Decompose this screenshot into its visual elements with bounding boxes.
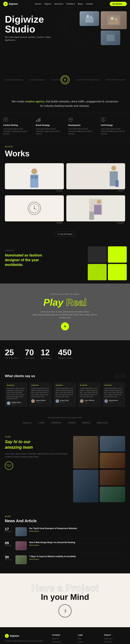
footer-col-2-links: Help Center Contact Us Live Chat Terms <box>104 638 125 644</box>
chart-icon <box>36 117 41 122</box>
service-3-desc: Lorem ipsum dolor sit amet consectetur a… <box>101 128 127 135</box>
team-description: Lorem ipsum dolor sit amet, consectetur … <box>5 452 68 458</box>
footer-link-1-1[interactable]: Career <box>78 641 99 643</box>
work-item-0[interactable]: Uniques Branding <box>5 163 64 193</box>
nav-logo[interactable]: D Digiwize <box>3 2 18 6</box>
team-photo-placeholder-0 <box>73 436 98 468</box>
work-item-2[interactable]: Freelancers Software <box>5 195 64 225</box>
testimonials-prev-button[interactable]: ← <box>115 374 119 378</box>
svg-marker-36 <box>65 326 66 328</box>
stat-0-number: 25 <box>5 348 18 356</box>
nav-portfolio[interactable]: Portfolio ▾ <box>66 3 75 5</box>
testimonial-0-name: Sophia Hayes <box>11 402 21 403</box>
code-icon <box>68 117 73 122</box>
news-category-2[interactable]: Read Continue <box>29 558 125 560</box>
testimonial-4-info: Olivia Brown Director <box>109 400 118 403</box>
news-date-1: 09 Oct 2022 <box>5 541 13 546</box>
svg-rect-27 <box>115 180 119 187</box>
testimonial-4-avatar <box>104 399 108 403</box>
testimonial-4-text: Trusted Applications I've for different … <box>104 388 123 398</box>
nav-contact[interactable]: Contact <box>86 3 93 5</box>
news-date-2: 30 Sep 2022 <box>5 555 13 560</box>
svg-rect-35 <box>89 212 94 220</box>
service-brand-strategy: Brand Strategy Lorem ipsum dolor sit ame… <box>32 113 65 139</box>
play-title: Play Real <box>43 297 87 308</box>
footer-link-0-0[interactable]: About Us <box>52 638 73 640</box>
service-0-desc: Lorem ipsum dolor sit amet consectetur a… <box>3 128 29 135</box>
news-category-1[interactable]: Read Continue <box>29 544 125 546</box>
see-all-button[interactable]: ⊙ See All Projects <box>54 232 76 236</box>
stat-2-label: Award Winning <box>41 357 52 359</box>
stats-section: 25 Year of experience 70 Skill Trainers … <box>0 340 130 372</box>
rotate-label-1: Visual Design Agency <box>29 79 45 81</box>
footer-col-1: Legal Blog Career Press Privacy Policy <box>78 634 99 644</box>
testimonials-next-button[interactable]: → <box>121 374 125 378</box>
svg-rect-12 <box>36 120 37 122</box>
nav-cta-button[interactable]: Get Started → <box>110 2 127 6</box>
team-photo-placeholder-2 <box>100 453 125 468</box>
testimonial-0-info: Sophia Hayes Designer <box>11 402 21 405</box>
footer-link-2-0[interactable]: Help Center <box>104 638 125 640</box>
nav-pages[interactable]: Pages ▾ <box>44 3 51 5</box>
center-badge-letter: D <box>62 76 68 83</box>
clock-image <box>28 202 41 215</box>
testimonial-4-role: Director <box>109 401 118 403</box>
team-photo-placeholder-5 <box>100 487 125 502</box>
testimonial-3: ★★★★★ Trusted Applications I've for diff… <box>78 382 101 407</box>
works-section-label: Recent <box>5 146 125 148</box>
news-day-1: 09 <box>5 541 13 545</box>
svg-rect-14 <box>39 118 40 122</box>
play-button[interactable] <box>61 322 69 330</box>
team-badge[interactable]: Meet The Team <box>5 462 13 470</box>
news-category-0[interactable]: Read Continue <box>29 530 125 532</box>
nom-box-3 <box>88 264 107 280</box>
footer-link-0-1[interactable]: Our Services <box>52 641 73 643</box>
footer-col-2-title: Support <box>104 634 125 636</box>
team-photo-placeholder-1 <box>100 436 125 452</box>
service-2-title: Development <box>68 124 94 126</box>
cta-circle-button[interactable] <box>59 604 71 618</box>
nom-box-4 <box>108 264 127 280</box>
tagline-highlight: creative agency, <box>25 100 45 103</box>
work-item-3[interactable]: Marketing Marketing <box>66 195 125 225</box>
brand-0: DigiStream <box>21 421 33 424</box>
svg-point-33 <box>97 200 101 204</box>
svg-line-16 <box>70 118 71 121</box>
news-item-1[interactable]: 09 Oct 2022 How It Web Design Blogs You … <box>5 541 125 553</box>
news-content-2: 7 Ways To Improve Website Usability Acce… <box>29 555 125 560</box>
testimonial-0-stars: ★★★★★ <box>7 384 26 386</box>
work-image-3 <box>66 195 125 222</box>
pen-icon <box>3 117 8 122</box>
real-word: Real <box>66 297 87 308</box>
testimonial-3-stars: ★★★★★ <box>80 384 99 386</box>
nav-services[interactable]: Services ▾ <box>54 3 63 5</box>
news-thumb-placeholder-0 <box>15 527 27 536</box>
team-photo-placeholder-4 <box>100 470 125 485</box>
testimonial-1-stars: ★★★★★ <box>31 384 50 386</box>
news-label: News <box>5 516 125 517</box>
footer-link-1-0[interactable]: Blog <box>78 638 99 640</box>
rotate-label-0: Branding And Advertising <box>5 79 23 81</box>
play-word: Play <box>43 297 63 308</box>
news-item-2[interactable]: 30 Sep 2022 7 Ways To Improve Website Us… <box>5 555 125 567</box>
nominated-highlight: Nominated <box>5 253 23 257</box>
team-photo-4 <box>100 470 125 485</box>
news-title-0: Our Top10 Great Examples of Responsive W… <box>29 527 125 530</box>
rotate-label-4: We are Awesome Creative <box>106 79 125 81</box>
footer-link-2-1[interactable]: Contact Us <box>104 641 125 643</box>
team-photo-2 <box>100 453 125 468</box>
stat-1: 70 Skill Trainers <box>25 348 34 359</box>
stat-2-number: 12 <box>41 348 52 356</box>
services-section: Content Writing Lorem ipsum dolor sit am… <box>0 113 130 139</box>
team-photo-3 <box>73 470 98 502</box>
news-title: News And Article <box>5 518 125 523</box>
stat-1-number: 70 <box>25 348 34 356</box>
testimonial-3-role: CEO <box>84 401 94 403</box>
nav-blog[interactable]: Blog ▾ <box>78 3 83 5</box>
stat-3-number: 450 <box>58 348 72 356</box>
footer-col-0-title: Company <box>52 634 73 636</box>
nav-home[interactable]: Home ▾ <box>35 3 41 5</box>
work-item-1[interactable]: Competitors Software <box>66 163 125 193</box>
news-item-0[interactable]: 17 Oct 2022 Our Top10 Great Examples of … <box>5 527 125 539</box>
testimonial-4-author: Olivia Brown Director <box>104 399 123 403</box>
